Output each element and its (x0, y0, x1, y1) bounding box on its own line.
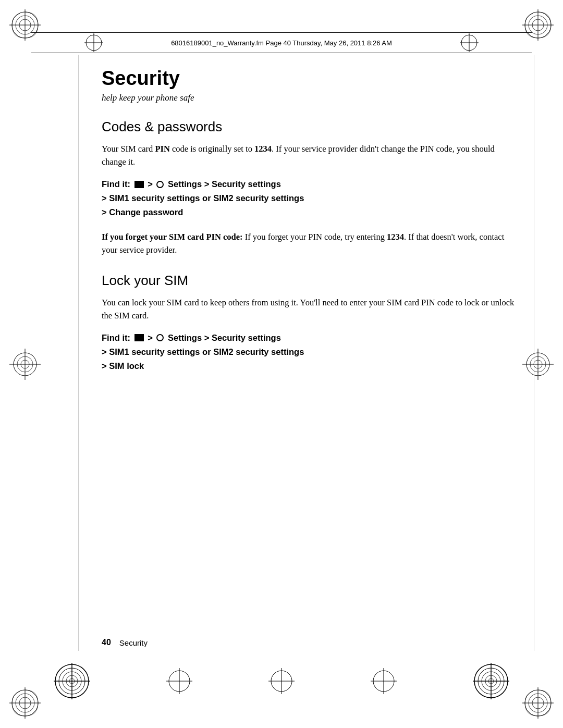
footer-page-number: 40 (102, 638, 111, 647)
findit2-label: Find it: (102, 333, 130, 342)
section2: Lock your SIM You can lock your SIM card… (102, 273, 516, 374)
cross-mark-b2 (268, 668, 295, 694)
header-cross-right (459, 33, 480, 53)
cross-mark-b3 (371, 668, 397, 694)
page-title: Security (102, 68, 516, 90)
section1-findit: Find it: > Settings > Security settings … (102, 177, 516, 220)
section2-body1: You can lock your SIM card to keep other… (102, 296, 516, 323)
footer: 40 Security (102, 638, 516, 647)
menu-icon-2 (134, 334, 144, 341)
main-content: Security help keep your phone safe Codes… (102, 68, 516, 624)
header-cross-left (83, 33, 104, 53)
circle-icon-2 (156, 334, 164, 341)
spiral-mark-br (473, 663, 509, 699)
section1-heading: Codes & passwords (102, 119, 516, 135)
vline-left (78, 55, 79, 651)
section2-heading: Lock your SIM (102, 273, 516, 289)
section2-findit: Find it: > Settings > Security settings … (102, 331, 516, 374)
spiral-mark-bl (54, 663, 90, 699)
footer-section-label: Security (119, 638, 148, 647)
circle-icon-1 (156, 181, 164, 188)
section1-body1: Your SIM card PIN code is originally set… (102, 142, 516, 169)
page-subtitle: help keep your phone safe (102, 93, 516, 103)
header-text: 68016189001_no_Warranty.fm Page 40 Thurs… (171, 39, 392, 47)
cross-mark-b1 (166, 668, 192, 694)
reg-mark-mid-left (9, 349, 41, 380)
reg-mark-mid-right (522, 349, 554, 380)
header-bar: 68016189001_no_Warranty.fm Page 40 Thurs… (31, 32, 532, 53)
findit1-label: Find it: (102, 179, 130, 189)
bottom-marks-row (0, 663, 563, 699)
vline-right (534, 55, 534, 651)
menu-icon-1 (134, 181, 144, 188)
section1-body2: If you forget your SIM card PIN code: If… (102, 230, 516, 257)
